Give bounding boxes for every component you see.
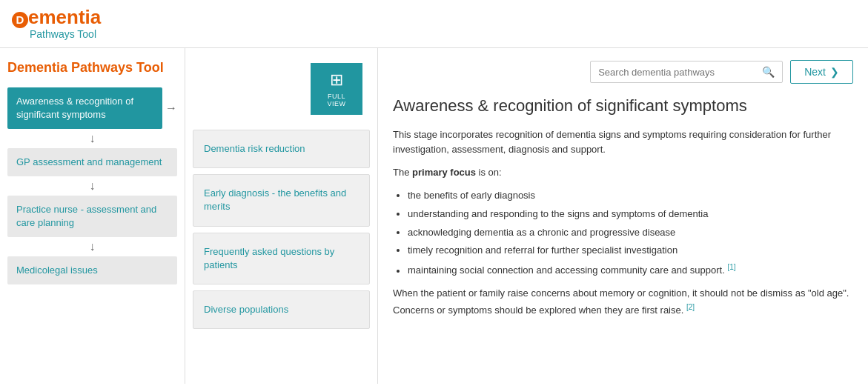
middle-panel: ⊞ FULL VIEW Dementia risk reduction Earl… bbox=[185, 48, 378, 384]
bullet-item-3: timely recognition and referral for furt… bbox=[408, 243, 853, 259]
bullet-item-2: acknowledging dementia as a chronic and … bbox=[408, 225, 853, 241]
content-panel: 🔍 Next ❯ Awareness & recognition of sign… bbox=[378, 48, 868, 384]
middle-link-risk[interactable]: Dementia risk reduction bbox=[193, 130, 370, 168]
primary-focus-text: primary focus bbox=[412, 167, 476, 178]
sidebar-item-awareness[interactable]: Awareness & recognition of significant s… bbox=[7, 87, 162, 129]
bullet-item-0: the benefits of early diagnosis bbox=[408, 188, 853, 204]
search-icon: 🔍 bbox=[762, 66, 775, 78]
logo: Dementia Pathways Tool bbox=[12, 7, 101, 40]
grid-icon: ⊞ bbox=[330, 70, 343, 90]
full-view-label: FULL VIEW bbox=[321, 93, 352, 107]
next-button[interactable]: Next ❯ bbox=[790, 60, 853, 84]
main-container: Dementia Pathways Tool Awareness & recog… bbox=[0, 48, 868, 384]
sidebar-item-nurse[interactable]: Practice nurse - assessment and care pla… bbox=[7, 196, 177, 237]
content-intro: This stage incorporates recognition of d… bbox=[393, 127, 853, 159]
middle-link-diverse[interactable]: Diverse populations bbox=[193, 290, 370, 329]
down-arrow-3: ↓ bbox=[7, 237, 177, 256]
sidebar-title: Dementia Pathways Tool bbox=[7, 60, 177, 76]
middle-link-diagnosis[interactable]: Early diagnosis - the benefits and merit… bbox=[193, 174, 370, 226]
header: Dementia Pathways Tool bbox=[0, 0, 868, 48]
content-header-bar: 🔍 Next ❯ bbox=[393, 60, 853, 84]
next-label: Next bbox=[804, 66, 826, 78]
d-circle: D bbox=[12, 12, 28, 28]
closing-text: When the patient or family raise concern… bbox=[393, 286, 853, 319]
down-arrow-2: ↓ bbox=[7, 176, 177, 196]
bullet-item-4: maintaining social connection and access… bbox=[408, 262, 853, 279]
logo-dementia: Dementia bbox=[12, 7, 101, 28]
content-body: This stage incorporates recognition of d… bbox=[393, 127, 853, 319]
full-view-button[interactable]: ⊞ FULL VIEW bbox=[311, 63, 362, 115]
down-arrow-1: ↓ bbox=[7, 129, 177, 148]
middle-link-faq[interactable]: Frequently asked questions by patients bbox=[193, 233, 370, 284]
search-input[interactable] bbox=[598, 67, 762, 78]
chevron-right-icon: ❯ bbox=[830, 66, 839, 78]
sidebar-item-medicolegal[interactable]: Medicolegal issues bbox=[7, 256, 177, 284]
content-title: Awareness & recognition of significant s… bbox=[393, 96, 853, 117]
sup-link-1[interactable]: [1] bbox=[727, 263, 735, 271]
sidebar-item-gp[interactable]: GP assessment and management bbox=[7, 148, 177, 176]
sidebar: Dementia Pathways Tool Awareness & recog… bbox=[0, 48, 185, 384]
sup-link-2[interactable]: [2] bbox=[686, 303, 695, 311]
logo-pathways: Pathways Tool bbox=[30, 28, 101, 40]
middle-links: Dementia risk reduction Early diagnosis … bbox=[185, 122, 377, 342]
search-box[interactable]: 🔍 bbox=[590, 61, 783, 83]
bullet-list: the benefits of early diagnosis understa… bbox=[408, 188, 853, 279]
right-arrow-icon: → bbox=[165, 102, 177, 115]
focus-label: The primary focus is on: bbox=[393, 165, 853, 181]
flow-row-awareness: Awareness & recognition of significant s… bbox=[7, 87, 177, 129]
bullet-item-1: understanding and responding to the sign… bbox=[408, 207, 853, 222]
